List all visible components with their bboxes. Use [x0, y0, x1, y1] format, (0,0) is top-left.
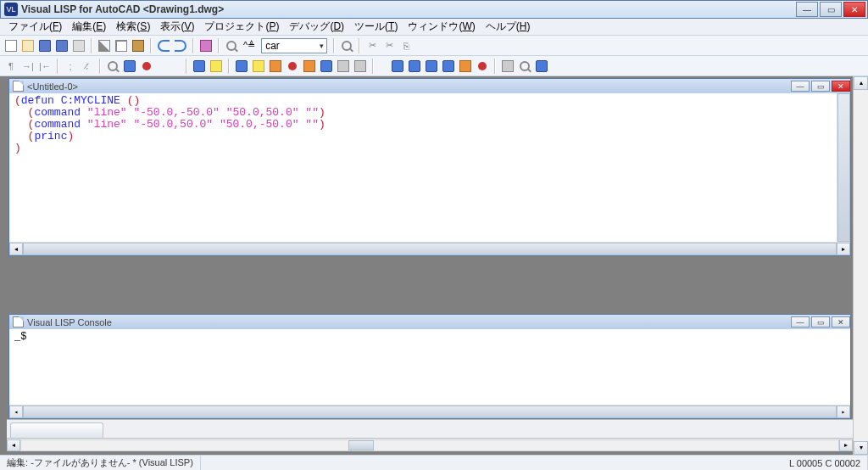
console-maximize-button[interactable]: ▭: [811, 316, 830, 327]
copy-button[interactable]: [114, 38, 129, 53]
redo-button[interactable]: [173, 38, 188, 53]
bottom-tab[interactable]: [10, 422, 103, 438]
step-into-button[interactable]: [390, 59, 405, 74]
cut-icon: [98, 40, 110, 52]
scroll-left-icon[interactable]: ◂: [7, 439, 20, 451]
minimize-button[interactable]: —: [796, 2, 818, 17]
quit-button[interactable]: [475, 59, 490, 74]
load-active-button[interactable]: [234, 59, 249, 74]
outdent-button: |←: [37, 59, 53, 74]
scroll-left-icon[interactable]: ◂: [9, 406, 23, 418]
console-minimize-button[interactable]: —: [791, 316, 810, 327]
complete-word-button[interactable]: [198, 38, 214, 53]
find-string-button[interactable]: ^≜: [241, 38, 258, 53]
editor-vscroll[interactable]: [837, 93, 850, 242]
menu-file[interactable]: ファイル(F): [3, 18, 67, 36]
workspace: <Untitled-0> — ▭ ✕ (defun C:MYCLINE () (…: [0, 76, 868, 455]
open-button[interactable]: [20, 38, 36, 53]
editor-close-button[interactable]: ✕: [832, 81, 850, 92]
status-position: L 00005 C 00002: [782, 456, 868, 470]
open-folder-icon: [22, 40, 34, 52]
menu-debug[interactable]: デバッグ(D): [284, 18, 349, 36]
workspace-hscroll[interactable]: ◂ ▸: [7, 438, 853, 451]
separator: [186, 59, 187, 74]
binoculars-button[interactable]: [339, 38, 354, 53]
book-icon: [200, 40, 212, 52]
scroll-thumb[interactable]: [348, 440, 374, 450]
uncomment-icon: [354, 60, 366, 72]
maximize-button[interactable]: ▭: [820, 2, 842, 17]
continue-button[interactable]: [441, 59, 456, 74]
scroll-up-icon[interactable]: ▴: [854, 76, 868, 90]
print-button[interactable]: [71, 38, 86, 53]
cut-button[interactable]: [97, 38, 112, 53]
document-icon: [13, 81, 24, 92]
find-combo[interactable]: car: [261, 38, 327, 53]
scroll-right-icon[interactable]: ▸: [839, 439, 853, 451]
editor-body[interactable]: (defun C:MYCLINE () (command "line" "-50…: [9, 93, 850, 255]
step-out-button[interactable]: [424, 59, 439, 74]
toggle-breakpoint-button[interactable]: [500, 59, 515, 74]
find-icon: [226, 41, 236, 51]
save-button[interactable]: [37, 38, 53, 53]
window-controls: — ▭ ✕: [794, 2, 865, 17]
format-select-button[interactable]: [319, 59, 334, 74]
reset-button[interactable]: [458, 59, 473, 74]
inspect-icon: [142, 62, 151, 70]
scroll-left-icon[interactable]: ◂: [9, 243, 23, 255]
check-edit-button[interactable]: [268, 59, 283, 74]
scroll-right-icon[interactable]: ▸: [837, 406, 850, 418]
console-body[interactable]: _$ ◂ ▸: [9, 329, 850, 418]
new-button[interactable]: [3, 38, 19, 53]
menu-help[interactable]: ヘルプ(H): [481, 18, 536, 36]
menu-view[interactable]: 表示(V): [155, 18, 199, 36]
paste-button[interactable]: [131, 38, 146, 53]
last-break-button[interactable]: [534, 59, 549, 74]
editor-maximize-button[interactable]: ▭: [811, 81, 830, 92]
step-out-icon: [426, 60, 437, 72]
separator: [359, 38, 360, 53]
check-select-button[interactable]: [285, 59, 300, 74]
inspect-button[interactable]: [139, 59, 154, 74]
editor-titlebar[interactable]: <Untitled-0> — ▭ ✕: [9, 79, 850, 93]
menu-search[interactable]: 検索(S): [111, 18, 155, 36]
select-window-button[interactable]: [209, 59, 224, 74]
load-selection2-button[interactable]: [251, 59, 266, 74]
check-syntax-button[interactable]: [122, 59, 137, 74]
save-all-button[interactable]: [54, 38, 70, 53]
editor-minimize-button[interactable]: —: [791, 81, 810, 92]
activate-acad-button[interactable]: [192, 59, 207, 74]
load-icon: [108, 61, 118, 71]
window-icon: [210, 60, 222, 72]
workspace-vscroll[interactable]: ▴ ▾: [853, 76, 868, 455]
reset-icon: [459, 60, 471, 72]
menu-window[interactable]: ウィンドウ(W): [403, 18, 480, 36]
load-active-icon: [236, 60, 248, 72]
toolbar-standard: ^≜ car ✂ ✂ ⎘: [0, 36, 868, 56]
scroll-right-icon[interactable]: ▸: [837, 243, 850, 255]
console-hscroll[interactable]: ◂ ▸: [9, 405, 850, 418]
uncomment-block-button[interactable]: [353, 59, 368, 74]
menu-project[interactable]: プロジェクト(P): [199, 18, 284, 36]
console-close-button[interactable]: ✕: [832, 316, 850, 327]
close-button[interactable]: ✕: [843, 2, 865, 17]
format-edit-button[interactable]: [302, 59, 317, 74]
menu-tools[interactable]: ツール(T): [349, 18, 403, 36]
separator: [372, 59, 374, 74]
console-prompt: _$: [14, 331, 26, 343]
editor-hscroll[interactable]: ◂ ▸: [9, 242, 850, 255]
scroll-down-icon[interactable]: ▾: [854, 441, 868, 455]
step-over-button[interactable]: [407, 59, 422, 74]
console-titlebar[interactable]: Visual LISP Console — ▭ ✕: [9, 315, 850, 329]
find-button[interactable]: [224, 38, 239, 53]
paste-icon: [132, 40, 144, 52]
comment-block-button[interactable]: [336, 59, 351, 74]
menu-edit[interactable]: 編集(E): [67, 18, 111, 36]
comment-icon: [337, 60, 349, 72]
separator: [192, 38, 194, 53]
add-watch-button[interactable]: [517, 59, 532, 74]
load-selection-button[interactable]: [105, 59, 120, 74]
run-icon: [253, 60, 264, 72]
undo-button[interactable]: [156, 38, 171, 53]
code-area[interactable]: (defun C:MYCLINE () (command "line" "-50…: [9, 93, 850, 156]
